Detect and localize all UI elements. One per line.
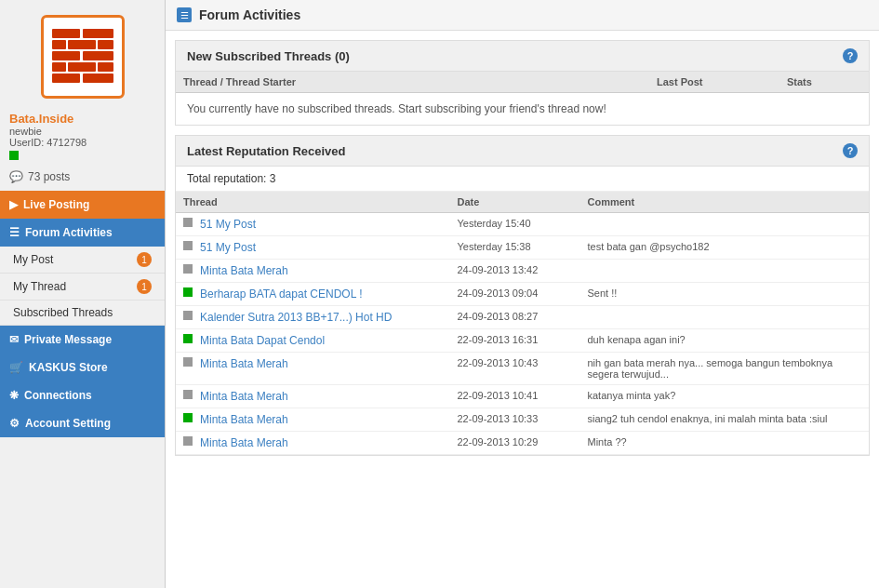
subscribed-threads-label: Subscribed Threads <box>13 306 113 319</box>
table-row: Berharap BATA dapat CENDOL ! 24-09-2013 … <box>176 283 869 306</box>
rep-col1: Thread <box>183 196 458 207</box>
date-cell: 22-09-2013 10:33 <box>458 413 588 424</box>
table-row: Minta Bata Merah 22-09-2013 10:41 katany… <box>176 385 869 408</box>
online-indicator <box>9 151 19 160</box>
my-post-badge: 1 <box>137 252 152 267</box>
thread-name-cell: Minta Bata Merah <box>183 357 458 370</box>
thread-name-cell: Berharap BATA dapat CENDOL ! <box>183 287 458 301</box>
svg-rect-3 <box>52 40 66 49</box>
posts-link[interactable]: 💬 73 posts <box>0 167 165 191</box>
date-cell: 24-09-2013 09:04 <box>458 287 588 299</box>
thread-link[interactable]: Minta Bata Merah <box>200 390 288 403</box>
page-title: Forum Activities <box>199 7 300 22</box>
account-setting-button[interactable]: ⚙ Account Setting <box>0 409 165 437</box>
date-cell: 22-09-2013 10:43 <box>458 357 588 368</box>
forum-activities-button[interactable]: ☰ Forum Activities <box>0 219 165 247</box>
main-content: ☰ Forum Activities New Subscribed Thread… <box>166 0 879 588</box>
svg-rect-4 <box>68 40 96 49</box>
posts-count: 73 posts <box>28 170 70 183</box>
subscribed-col3: Stats <box>787 76 861 87</box>
account-setting-icon: ⚙ <box>9 417 20 430</box>
my-thread-badge: 1 <box>137 279 152 294</box>
user-rank: newbie <box>9 126 155 137</box>
subscribed-col1: Thread / Thread Starter <box>183 76 657 87</box>
rep-icon-green <box>183 413 193 422</box>
subscribed-col2: Last Post <box>657 76 787 87</box>
user-info: Bata.Inside newbie UserID: 4712798 <box>0 106 165 167</box>
my-post-label: My Post <box>13 253 53 266</box>
private-message-button[interactable]: ✉ Private Message <box>0 326 165 354</box>
forum-activities-header-icon: ☰ <box>177 7 192 22</box>
forum-activities-icon: ☰ <box>9 226 20 239</box>
table-row: 51 My Post Yesterday 15:40 <box>176 213 869 236</box>
thread-link[interactable]: Minta Bata Dapat Cendol <box>200 334 325 347</box>
subscribed-help-icon[interactable]: ? <box>843 48 858 63</box>
forum-activities-label: Forum Activities <box>25 226 113 239</box>
reputation-help-icon[interactable]: ? <box>843 143 858 158</box>
rep-icon-green <box>183 334 193 343</box>
svg-rect-8 <box>52 62 66 72</box>
svg-rect-5 <box>98 40 113 49</box>
rep-icon-gray <box>183 436 193 446</box>
date-cell: Yesterday 15:38 <box>458 241 588 252</box>
subscribed-threads-item[interactable]: Subscribed Threads <box>0 301 165 326</box>
reputation-table-header: Thread Date Comment <box>176 192 869 213</box>
sidebar: Bata.Inside newbie UserID: 4712798 💬 73 … <box>0 0 166 588</box>
live-posting-button[interactable]: ▶ Live Posting <box>0 191 165 219</box>
private-message-label: Private Message <box>24 333 112 346</box>
thread-link[interactable]: 51 My Post <box>200 218 256 231</box>
svg-rect-12 <box>83 74 113 83</box>
connections-button[interactable]: ❋ Connections <box>0 381 165 409</box>
my-thread-item[interactable]: My Thread 1 <box>0 274 165 301</box>
table-row: Minta Bata Dapat Cendol 22-09-2013 16:31… <box>176 329 869 353</box>
date-cell: 22-09-2013 10:29 <box>458 436 588 448</box>
thread-link[interactable]: Minta Bata Merah <box>200 357 288 370</box>
table-row: Minta Bata Merah 24-09-2013 13:42 <box>176 260 869 283</box>
thread-link[interactable]: 51 My Post <box>200 241 256 254</box>
subscribed-threads-section: New Subscribed Threads (0) ? Thread / Th… <box>175 40 870 126</box>
thread-name-cell: Kalender Sutra 2013 BB+17...) Hot HD <box>183 311 458 324</box>
thread-link[interactable]: Minta Bata Merah <box>200 413 288 426</box>
reputation-section-header: Latest Reputation Received ? <box>176 136 869 167</box>
rep-col3: Comment <box>588 196 862 207</box>
date-cell: 24-09-2013 13:42 <box>458 264 588 275</box>
thread-name-cell: Minta Bata Dapat Cendol <box>183 334 458 347</box>
username[interactable]: Bata.Inside <box>9 112 155 126</box>
comment-cell: test bata gan @psycho182 <box>588 241 862 252</box>
kaskus-store-button[interactable]: 🛒 KASKUS Store <box>0 354 165 381</box>
svg-rect-1 <box>52 29 80 38</box>
rep-icon-gray <box>183 357 193 367</box>
connections-label: Connections <box>24 389 92 402</box>
comment-cell: duh kenapa agan ini? <box>588 334 862 345</box>
thread-name-cell: Minta Bata Merah <box>183 413 458 426</box>
my-thread-label: My Thread <box>13 280 66 293</box>
rep-icon-gray <box>183 311 193 320</box>
comment-cell: Sent !! <box>588 287 862 299</box>
account-setting-label: Account Setting <box>25 417 111 430</box>
rep-icon-gray <box>183 218 193 227</box>
avatar-area <box>0 0 165 106</box>
reputation-section: Latest Reputation Received ? Total reput… <box>175 135 870 456</box>
thread-name-cell: 51 My Post <box>183 218 458 231</box>
thread-link[interactable]: Berharap BATA dapat CENDOL ! <box>200 287 363 301</box>
comment-cell: katanya minta yak? <box>588 390 862 401</box>
thread-name-cell: Minta Bata Merah <box>183 436 458 449</box>
thread-name-cell: 51 My Post <box>183 241 458 254</box>
live-posting-label: Live Posting <box>23 198 89 211</box>
reputation-section-title: Latest Reputation Received <box>187 144 346 158</box>
comment-cell: nih gan bata merah nya... semoga bangun … <box>588 357 862 380</box>
date-cell: 22-09-2013 10:41 <box>458 390 588 401</box>
rep-icon-gray <box>183 390 193 399</box>
date-cell: 24-09-2013 08:27 <box>458 311 588 322</box>
my-post-item[interactable]: My Post 1 <box>0 247 165 274</box>
thread-link[interactable]: Minta Bata Merah <box>200 264 288 277</box>
rep-icon-green <box>183 287 193 297</box>
avatar <box>41 15 125 99</box>
reputation-rows-container: 51 My Post Yesterday 15:40 51 My Post Ye… <box>176 213 869 455</box>
svg-rect-6 <box>52 51 80 60</box>
svg-rect-9 <box>68 62 96 72</box>
thread-link[interactable]: Kalender Sutra 2013 BB+17...) Hot HD <box>200 311 392 324</box>
subscribed-table-header: Thread / Thread Starter Last Post Stats <box>176 72 869 93</box>
thread-link[interactable]: Minta Bata Merah <box>200 436 288 449</box>
table-row: 51 My Post Yesterday 15:38 test bata gan… <box>176 236 869 260</box>
